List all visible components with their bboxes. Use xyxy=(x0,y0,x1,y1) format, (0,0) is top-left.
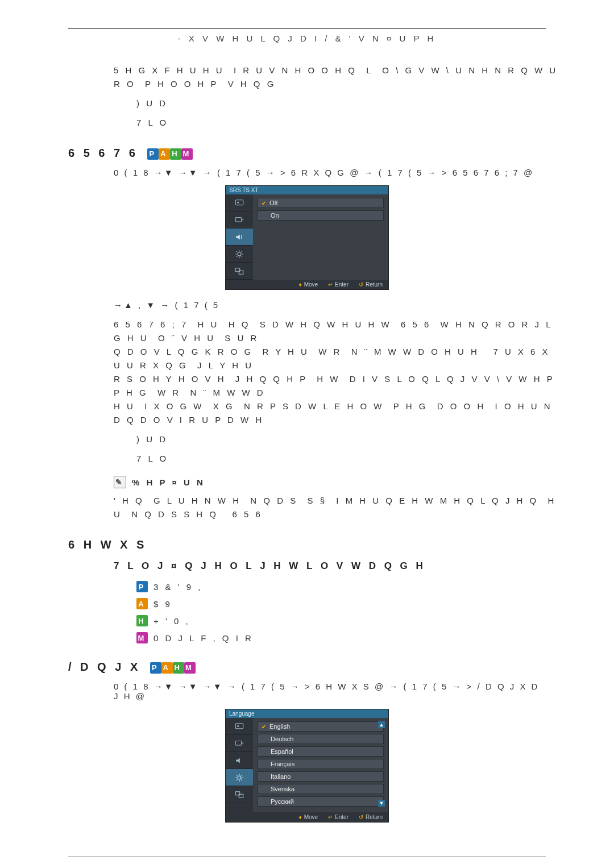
osd-lang-english[interactable]: ✔English xyxy=(258,721,384,732)
osd-srs-on[interactable]: On xyxy=(258,210,384,221)
srs-nav-text: 0 ( 1 8 →▼ →▼ → ( 1 7 ( 5 → > 6 R X Q G … xyxy=(114,168,534,177)
enter-icon: ↵ xyxy=(328,281,333,288)
svg-point-9 xyxy=(238,776,241,779)
svg-rect-6 xyxy=(235,723,243,728)
svg-point-7 xyxy=(237,725,239,726)
osd-srs-panel: SRS TS XT ✔Off On ♦Move ↵Enter ↺Return xyxy=(225,185,389,290)
osd-side-picture-icon[interactable] xyxy=(226,718,253,735)
osd-sidebar-2 xyxy=(226,718,253,812)
srs-after-osd: →▲ , ▼ → ( 1 7 ( 5 xyxy=(114,300,546,310)
osd-lang-label: Svenska xyxy=(271,786,294,792)
osd-lang-label: Русский xyxy=(271,798,294,805)
mode-row-h: H + ' 0 , xyxy=(136,615,546,626)
osd-footer-return: ↺Return xyxy=(359,281,383,288)
osd-lang-label: Italiano xyxy=(271,773,291,780)
osd-srs-main: ✔Off On xyxy=(253,194,388,280)
osd-side-sound-icon[interactable] xyxy=(226,752,253,769)
setup-subheading: 7 L O J ¤ Q J H O L J H W L O V W D Q G … xyxy=(114,560,546,572)
note-row: ✎ % H P ¤ U N xyxy=(114,476,546,488)
setup-heading: 6 H W X S xyxy=(68,538,546,551)
svg-rect-0 xyxy=(235,200,243,205)
scroll-down-icon[interactable]: ▼ xyxy=(378,800,385,807)
osd-lang-svenska[interactable]: Svenska xyxy=(258,784,384,794)
check-icon: ✔ xyxy=(262,200,266,206)
osd-side-picture-icon[interactable] xyxy=(226,194,253,211)
check-icon: ✔ xyxy=(262,724,266,730)
srs-heading: 6 5 6 7 6 xyxy=(68,147,138,159)
srs-heading-row: 6 5 6 7 6 P A H M xyxy=(68,147,546,160)
osd-footer-enter: ↵Enter xyxy=(328,281,349,288)
mode-a-label: $ 9 xyxy=(154,599,172,609)
osd-lang-label: Español xyxy=(271,748,293,755)
osd-footer-2: ♦Move ↵Enter ↺Return xyxy=(226,812,388,822)
srs-para4: H U I X O G W X G N R P S D W L E H O W … xyxy=(114,400,563,427)
osd-side-input-icon[interactable] xyxy=(226,735,253,752)
osd-lang-francais[interactable]: Français xyxy=(258,759,384,769)
osd-srs-title: SRS TS XT xyxy=(226,186,388,194)
osd-footer-enter: ↵Enter xyxy=(328,814,349,820)
osd-side-sound-icon[interactable] xyxy=(226,229,253,246)
chip-h-icon: H xyxy=(173,662,184,674)
osd-lang-deutsch[interactable]: Deutsch xyxy=(258,734,384,744)
osd-lang-italiano[interactable]: Italiano xyxy=(258,771,384,782)
language-heading-row: / D Q J X P A H M xyxy=(68,661,546,674)
osd-footer-move: ♦Move xyxy=(299,281,318,288)
osd-footer-return: ↺Return xyxy=(359,814,383,820)
mode-row-m: M 0 D J L F , Q I R xyxy=(136,632,546,643)
svg-point-1 xyxy=(237,201,239,203)
svg-rect-8 xyxy=(235,741,242,745)
osd-side-input-icon[interactable] xyxy=(226,211,253,229)
chips-pahm: P A H M xyxy=(147,148,193,160)
chip-a-icon: A xyxy=(136,598,148,609)
page-header: - X V W H U L Q J D I / & ' V N ¤ U P H xyxy=(68,34,546,43)
updown-icon: ♦ xyxy=(299,814,302,820)
mode-h-label: + ' 0 , xyxy=(154,616,190,626)
osd-language-main: ▲ ✔English Deutsch Español Français Ital… xyxy=(253,718,388,812)
chip-m-icon: M xyxy=(181,148,193,160)
chip-h-icon: H xyxy=(136,615,148,626)
osd-side-multi-icon[interactable] xyxy=(226,263,253,280)
note-label: % H P ¤ U N xyxy=(132,477,205,487)
osd-lang-espanol[interactable]: Español xyxy=(258,746,384,757)
srs-para1: 6 5 6 7 6 ; 7 H U H Q S D W H Q W H U H … xyxy=(114,318,563,345)
return-icon: ↺ xyxy=(359,281,363,288)
osd-language-panel: Language ▲ ✔English Deutsch Español Fran… xyxy=(225,709,389,823)
osd-lang-label: Français xyxy=(271,761,294,767)
chip-h-icon: H xyxy=(170,148,181,160)
note-icon: ✎ xyxy=(114,476,126,488)
osd-language-title: Language xyxy=(226,709,388,718)
osd-footer: ♦Move ↵Enter ↺Return xyxy=(226,280,388,289)
mode-m-label: 0 D J L F , Q I R xyxy=(154,633,254,643)
chip-p-icon: P xyxy=(147,148,159,160)
osd-srs-off[interactable]: ✔Off xyxy=(258,198,384,208)
osd-srs-off-label: Off xyxy=(269,200,277,206)
srs-til: 7 L O xyxy=(136,452,563,466)
chips-pahm-2: P A H M xyxy=(150,662,196,674)
osd-srs-on-label: On xyxy=(271,212,279,219)
osd-lang-label: Deutsch xyxy=(271,736,293,742)
srs-fra: ) U D xyxy=(136,433,563,446)
chip-m-icon: M xyxy=(136,632,148,643)
language-nav-text: 0 ( 1 8 →▼ →▼ →▼ → ( 1 7 ( 5 → > 6 H W X… xyxy=(114,682,546,701)
scroll-up-icon[interactable]: ▲ xyxy=(378,721,385,728)
chip-p-icon: P xyxy=(150,662,161,674)
language-nav-path: 0 ( 1 8 →▼ →▼ →▼ → ( 1 7 ( 5 → > 6 H W X… xyxy=(114,682,546,701)
mode-p-label: 3 & ' 9 , xyxy=(154,582,202,592)
osd-footer-move: ♦Move xyxy=(299,814,318,820)
mode-row-a: A $ 9 xyxy=(136,598,546,609)
osd-lang-label: English xyxy=(269,723,290,730)
svg-rect-2 xyxy=(235,217,242,222)
chip-a-icon: A xyxy=(161,662,173,674)
note-text: ' H Q G L U H N W H N Q D S S § I M H U … xyxy=(114,494,563,521)
return-icon: ↺ xyxy=(359,814,363,820)
osd-lang-russkiy[interactable]: Русский xyxy=(258,796,384,807)
osd-side-setup-icon[interactable] xyxy=(226,246,253,263)
srs-after-osd-text: →▲ , ▼ → ( 1 7 ( 5 xyxy=(114,300,219,310)
updown-icon: ♦ xyxy=(299,281,302,288)
srs-para3: R S O H Y H O V H J H Q Q H P H W D I V … xyxy=(114,372,563,400)
osd-side-setup-icon[interactable] xyxy=(226,769,253,786)
chip-p-icon: P xyxy=(136,581,148,592)
intro-til: 7 L O xyxy=(136,116,563,130)
language-heading: / D Q J X xyxy=(68,661,140,673)
osd-side-multi-icon[interactable] xyxy=(226,786,253,803)
